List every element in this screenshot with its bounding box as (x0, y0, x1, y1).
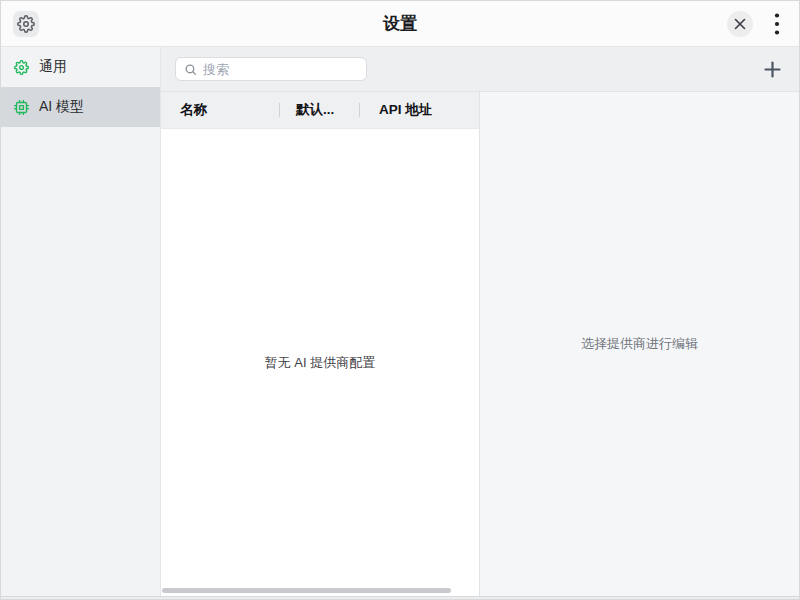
content-row: 名称 默认... API 地址 暂无 AI 提供商配置 选择提供商进行编辑 (161, 92, 799, 596)
table-header: 名称 默认... API 地址 (161, 92, 479, 129)
column-header-default[interactable]: 默认... (280, 101, 359, 119)
titlebar: 设置 (1, 1, 799, 47)
detail-panel: 选择提供商进行编辑 (480, 92, 799, 596)
sidebar-item-label: AI 模型 (39, 98, 84, 116)
more-menu-button[interactable] (765, 11, 789, 37)
horizontal-scrollbar[interactable] (162, 588, 451, 593)
close-button[interactable] (727, 11, 753, 37)
detail-placeholder-text: 选择提供商进行编辑 (581, 335, 698, 353)
empty-state-text: 暂无 AI 提供商配置 (265, 354, 376, 372)
sidebar: 通用 AI 模型 (1, 47, 161, 596)
gear-icon (17, 15, 35, 33)
table-body: 暂无 AI 提供商配置 (161, 129, 479, 596)
cpu-chip-icon (14, 100, 29, 115)
column-header-api-url[interactable]: API 地址 (360, 101, 479, 119)
plus-icon (764, 61, 781, 78)
page-title: 设置 (1, 12, 799, 35)
search-icon (184, 63, 197, 76)
provider-table: 名称 默认... API 地址 暂无 AI 提供商配置 (161, 92, 480, 596)
window-bottom-edge (1, 596, 799, 599)
sidebar-item-general[interactable]: 通用 (1, 47, 160, 87)
search-box[interactable] (175, 57, 367, 81)
body: 通用 AI 模型 (1, 47, 799, 596)
kebab-menu-icon (774, 12, 780, 36)
gear-icon (14, 60, 29, 75)
settings-window: 设置 (0, 0, 800, 600)
app-settings-button[interactable] (13, 11, 39, 37)
toolbar (161, 47, 799, 92)
search-input[interactable] (203, 62, 358, 77)
titlebar-actions (727, 11, 799, 37)
main-panel: 名称 默认... API 地址 暂无 AI 提供商配置 选择提供商进行编辑 (161, 47, 799, 596)
column-header-name[interactable]: 名称 (161, 101, 279, 119)
close-icon (734, 18, 746, 30)
sidebar-item-ai-models[interactable]: AI 模型 (1, 87, 160, 127)
sidebar-item-label: 通用 (39, 58, 67, 76)
add-provider-button[interactable] (760, 57, 784, 81)
